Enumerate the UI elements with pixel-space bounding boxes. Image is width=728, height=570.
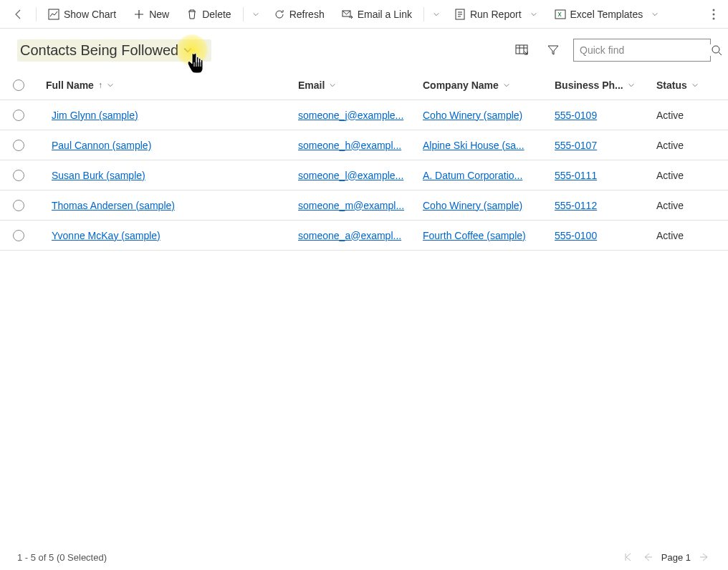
- new-label: New: [149, 9, 169, 20]
- prev-page-button[interactable]: [641, 551, 654, 564]
- next-page-button[interactable]: [698, 551, 711, 564]
- excel-templates-label: Excel Templates: [570, 9, 643, 20]
- row-select[interactable]: [13, 200, 46, 211]
- edit-columns-button[interactable]: [510, 39, 533, 62]
- contact-phone-link[interactable]: 555-0100: [555, 230, 597, 241]
- contact-email-link[interactable]: someone_l@example...: [298, 170, 403, 181]
- table-row: Yvonne McKay (sample)someone_a@exampl...…: [0, 221, 728, 251]
- contact-phone-link[interactable]: 555-0111: [555, 170, 597, 181]
- circle-icon: [13, 200, 24, 211]
- plus-icon: [133, 9, 145, 20]
- column-label: Company Name: [423, 79, 499, 91]
- contact-company-link[interactable]: Coho Winery (sample): [423, 200, 522, 211]
- separator: [243, 7, 244, 21]
- chevron-down-icon: [530, 11, 537, 18]
- search-button[interactable]: [711, 44, 722, 56]
- view-header: Contacts Being Followed: [0, 29, 728, 70]
- contact-company-link[interactable]: Fourth Coffee (sample): [423, 230, 526, 241]
- row-select[interactable]: [13, 170, 46, 181]
- chevron-down-icon: [433, 11, 440, 18]
- row-select[interactable]: [13, 140, 46, 151]
- contact-email-link[interactable]: someone_j@example...: [298, 110, 403, 121]
- contact-company-link[interactable]: Coho Winery (sample): [423, 110, 522, 121]
- refresh-label: Refresh: [289, 9, 325, 20]
- more-vertical-icon: [712, 9, 715, 20]
- contact-company-link[interactable]: A. Datum Corporatio...: [423, 170, 522, 181]
- email-link-dropdown-button[interactable]: [428, 6, 444, 22]
- circle-icon: [13, 170, 24, 181]
- sort-asc-icon: ↑: [98, 80, 102, 90]
- contact-email-link[interactable]: someone_m@exampl...: [298, 200, 404, 211]
- contact-name-link[interactable]: Jim Glynn (sample): [46, 110, 138, 121]
- separator: [423, 7, 424, 21]
- excel-templates-button[interactable]: Excel Templates: [547, 4, 666, 24]
- refresh-button[interactable]: Refresh: [267, 4, 332, 24]
- column-label: Business Ph...: [555, 79, 623, 91]
- show-chart-label: Show Chart: [64, 9, 116, 20]
- row-select[interactable]: [13, 110, 46, 121]
- chevron-down-icon: [628, 82, 635, 89]
- search-icon: [711, 44, 722, 56]
- page-label: Page 1: [661, 552, 691, 563]
- row-select[interactable]: [13, 230, 46, 241]
- circle-icon: [13, 79, 24, 91]
- delete-button[interactable]: Delete: [179, 4, 238, 24]
- contact-phone-link[interactable]: 555-0112: [555, 200, 597, 211]
- contact-phone-link[interactable]: 555-0107: [555, 140, 597, 151]
- email-link-button[interactable]: Email a Link: [335, 4, 419, 24]
- contact-name-link[interactable]: Yvonne McKay (sample): [46, 230, 161, 241]
- contact-company-link[interactable]: Alpine Ski House (sa...: [423, 140, 525, 151]
- contact-email-link[interactable]: someone_a@exampl...: [298, 230, 401, 241]
- search-box: [573, 39, 711, 62]
- view-title: Contacts Being Followed: [20, 42, 178, 59]
- arrow-left-icon: [13, 9, 24, 20]
- record-summary: 1 - 5 of 5 (0 Selected): [17, 552, 107, 563]
- chevron-down-icon: [329, 82, 336, 89]
- chevron-down-icon: [651, 11, 658, 18]
- arrow-left-icon: [643, 552, 653, 562]
- run-report-button[interactable]: Run Report: [447, 4, 545, 24]
- show-chart-button[interactable]: Show Chart: [41, 4, 123, 24]
- back-button[interactable]: [6, 4, 32, 24]
- column-label: Email: [298, 79, 325, 91]
- new-button[interactable]: New: [126, 4, 176, 24]
- contact-name-link[interactable]: Paul Cannon (sample): [46, 140, 151, 151]
- search-input[interactable]: [574, 44, 711, 56]
- filter-button[interactable]: [542, 39, 565, 62]
- contact-email-link[interactable]: someone_h@exampl...: [298, 140, 401, 151]
- chevron-down-icon: [691, 82, 699, 89]
- column-company[interactable]: Company Name: [423, 79, 555, 91]
- delete-label: Delete: [202, 9, 231, 20]
- column-label: Status: [656, 79, 687, 91]
- circle-icon: [13, 230, 24, 241]
- column-email[interactable]: Email: [298, 79, 423, 91]
- table-row: Paul Cannon (sample)someone_h@exampl...A…: [0, 130, 728, 160]
- email-link-label: Email a Link: [358, 9, 412, 20]
- grid-footer: 1 - 5 of 5 (0 Selected) Page 1: [0, 544, 728, 570]
- contact-name-link[interactable]: Susan Burk (sample): [46, 170, 145, 181]
- column-status[interactable]: Status: [656, 79, 711, 91]
- svg-point-6: [713, 17, 715, 19]
- command-bar: Show Chart New Delete Refresh Email a Li…: [0, 0, 728, 29]
- contact-phone-link[interactable]: 555-0109: [555, 110, 597, 121]
- run-report-label: Run Report: [470, 9, 522, 20]
- separator: [36, 7, 37, 21]
- svg-point-8: [712, 46, 719, 53]
- excel-icon: [555, 9, 566, 20]
- email-link-icon: [342, 9, 353, 20]
- table-row: Susan Burk (sample)someone_l@example...A…: [0, 160, 728, 190]
- chevron-down-icon: [252, 11, 259, 18]
- more-commands-button[interactable]: [705, 4, 722, 24]
- view-selector[interactable]: Contacts Being Followed: [20, 42, 193, 59]
- delete-dropdown-button[interactable]: [248, 6, 264, 22]
- first-page-button[interactable]: [621, 551, 634, 564]
- column-phone[interactable]: Business Ph...: [555, 79, 656, 91]
- column-full-name[interactable]: Full Name ↑: [46, 79, 298, 91]
- contact-name-link[interactable]: Thomas Andersen (sample): [46, 200, 175, 211]
- contact-status: Active: [656, 200, 684, 211]
- arrow-right-icon: [699, 552, 709, 562]
- select-all[interactable]: [13, 79, 46, 91]
- chevron-down-icon: [503, 82, 510, 89]
- svg-point-4: [713, 9, 715, 11]
- grid-body: Jim Glynn (sample)someone_j@example...Co…: [0, 100, 728, 251]
